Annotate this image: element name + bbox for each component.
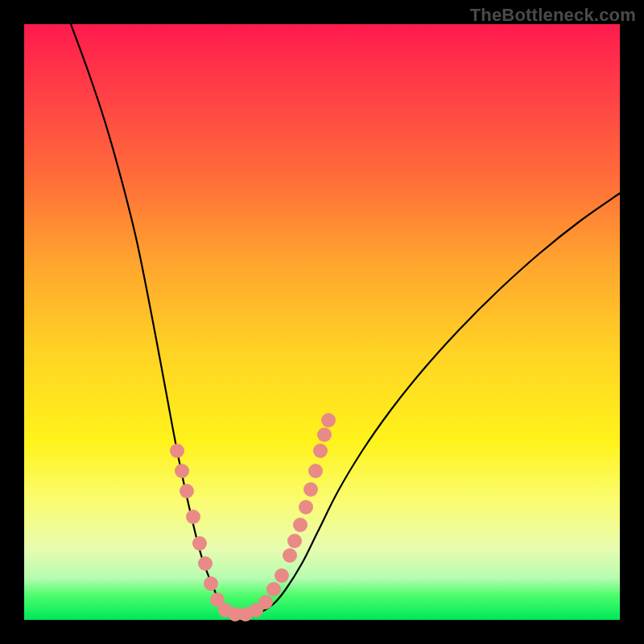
bead-point bbox=[299, 500, 313, 514]
bead-point bbox=[266, 582, 281, 597]
bead-point bbox=[293, 518, 308, 532]
bead-point bbox=[198, 556, 213, 571]
bead-point bbox=[258, 595, 273, 609]
bead-point bbox=[287, 534, 302, 548]
bottleneck-plot bbox=[24, 24, 620, 620]
bead-point bbox=[180, 484, 194, 498]
bead-point bbox=[204, 576, 218, 591]
bead-point bbox=[303, 482, 318, 497]
bead-point bbox=[186, 510, 200, 524]
bead-point bbox=[283, 548, 297, 563]
bead-point bbox=[321, 413, 336, 427]
bead-point bbox=[313, 444, 328, 458]
bottleneck-curve bbox=[71, 24, 620, 616]
bead-point bbox=[317, 427, 332, 442]
watermark-text: TheBottleneck.com bbox=[470, 5, 636, 26]
bead-point bbox=[275, 568, 289, 583]
bead-point bbox=[308, 464, 323, 478]
bead-point bbox=[175, 464, 189, 478]
curve-beads bbox=[170, 413, 336, 621]
bead-point bbox=[170, 444, 184, 458]
bead-point bbox=[192, 536, 207, 551]
